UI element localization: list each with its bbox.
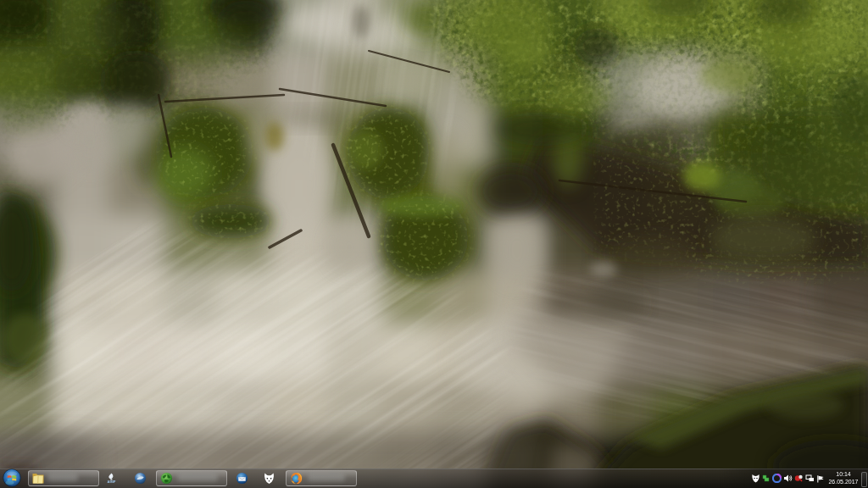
svg-text:AIMP: AIMP (108, 480, 116, 484)
